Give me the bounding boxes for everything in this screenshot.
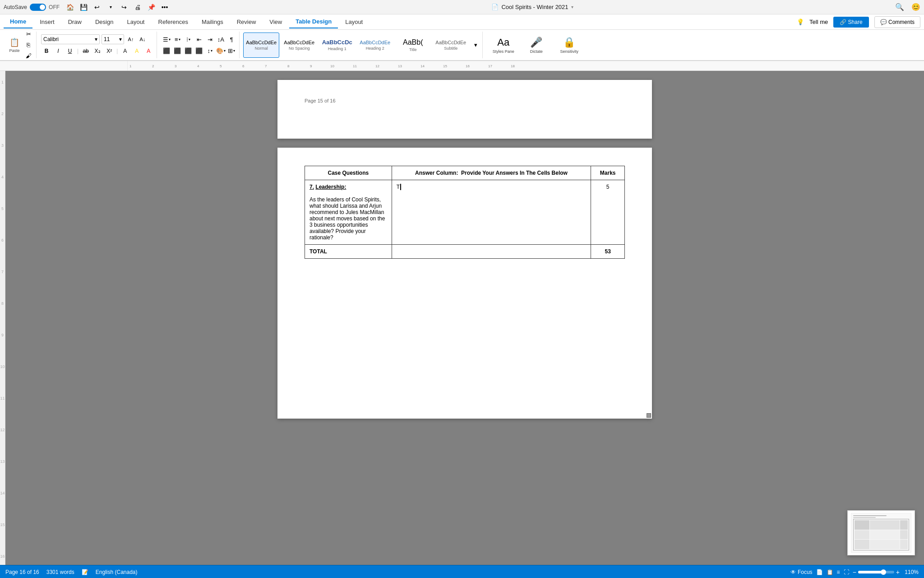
search-icon[interactable]: 🔍: [895, 3, 904, 11]
svg-text:2: 2: [152, 64, 154, 68]
text-cursor: [400, 184, 401, 190]
comments-button[interactable]: 💬 Comments: [874, 16, 920, 28]
dictate-button[interactable]: 🎤 Dictate: [520, 35, 552, 56]
document-area[interactable]: Page 15 of 16 Case Questions Answer Colu…: [5, 71, 924, 565]
marks-7-value: 5: [606, 184, 610, 190]
more-button[interactable]: •••: [160, 2, 170, 12]
question-7-num: 7.: [310, 184, 314, 190]
page-marker-8: 8: [1, 301, 4, 306]
proofing-icon-item[interactable]: 📝: [82, 569, 88, 575]
superscript-button[interactable]: X²: [104, 46, 115, 56]
zoom-thumb[interactable]: [881, 569, 886, 575]
tab-review[interactable]: Review: [231, 16, 263, 28]
focus-mode[interactable]: ⛶: [844, 569, 849, 575]
home-button[interactable]: 🏠: [65, 2, 75, 12]
underline-button[interactable]: U: [65, 46, 75, 56]
style-subtitle[interactable]: AaBbCcDdEe Subtitle: [433, 33, 469, 58]
svg-text:8: 8: [287, 64, 290, 68]
answer-7-cell[interactable]: T: [392, 180, 591, 245]
answer-7-text[interactable]: T: [397, 184, 400, 190]
justify-button[interactable]: ⬛: [194, 46, 204, 56]
status-right: 👁 Focus 📄 📋 ≡ ⛶ − + 110%: [790, 569, 919, 576]
pin-button[interactable]: 📌: [146, 2, 156, 12]
tell-me-label[interactable]: Tell me: [809, 19, 828, 25]
share-button[interactable]: 🔗 Share: [833, 17, 869, 28]
style-normal[interactable]: AaBbCcDdEe Normal: [243, 33, 279, 58]
tab-design[interactable]: Design: [89, 16, 120, 28]
line-spacing-button[interactable]: ↕: [205, 46, 215, 56]
word-count-item[interactable]: 3301 words: [46, 569, 74, 575]
page-16[interactable]: Case Questions Answer Column: Provide Yo…: [277, 148, 652, 419]
borders-button[interactable]: ⊞: [226, 46, 236, 56]
focus-button[interactable]: 👁 Focus: [790, 569, 813, 575]
italic-button[interactable]: I: [53, 46, 64, 56]
multilevel-list-button[interactable]: ⁝: [183, 34, 193, 44]
page-marker-10: 10: [0, 364, 5, 369]
zoom-out-button[interactable]: −: [853, 569, 856, 576]
font-name-dropdown[interactable]: Calibri ▾: [41, 34, 100, 44]
align-right-button[interactable]: ⬛: [183, 46, 193, 56]
print-button[interactable]: 🖨: [133, 2, 143, 12]
page-info-item[interactable]: Page 16 of 16: [5, 569, 39, 575]
styles-more-button[interactable]: ▾: [471, 40, 480, 50]
cut-button[interactable]: ✂: [23, 29, 33, 39]
paste-label: Paste: [9, 48, 19, 53]
decrease-font-button[interactable]: A↓: [138, 34, 148, 44]
style-subtitle-preview: AaBbCcDdEe: [435, 40, 466, 45]
style-heading1[interactable]: AaBbCcDc Heading 1: [319, 33, 355, 58]
account-icon[interactable]: 😊: [911, 3, 920, 11]
autosave-toggle[interactable]: [30, 4, 46, 11]
style-title[interactable]: AaBb( Title: [395, 33, 431, 58]
undo-arrow[interactable]: ▾: [106, 2, 116, 12]
paste-button[interactable]: 📋 Paste: [6, 36, 23, 55]
tab-insert[interactable]: Insert: [33, 16, 61, 28]
zoom-in-button[interactable]: +: [896, 569, 900, 576]
increase-font-button[interactable]: A↑: [126, 34, 136, 44]
tab-references[interactable]: References: [152, 16, 194, 28]
zoom-slider[interactable]: [858, 571, 894, 573]
strikethrough-button[interactable]: ab: [80, 46, 91, 56]
decrease-indent-button[interactable]: ⇤: [194, 34, 204, 44]
font-size-dropdown[interactable]: 11 ▾: [102, 34, 124, 44]
show-formatting-button[interactable]: ¶: [226, 34, 236, 44]
subscript-button[interactable]: X₂: [92, 46, 103, 56]
view-mode-1[interactable]: 📄: [816, 569, 823, 575]
format-painter-button[interactable]: 🖌: [23, 51, 33, 61]
bold-button[interactable]: B: [41, 46, 52, 56]
tab-draw[interactable]: Draw: [62, 16, 88, 28]
tab-table-design[interactable]: Table Design: [289, 15, 338, 28]
align-center-button[interactable]: ⬛: [172, 46, 182, 56]
sort-button[interactable]: ↕A: [216, 34, 226, 44]
save-button[interactable]: 💾: [79, 2, 88, 12]
view-mode-3[interactable]: ≡: [837, 569, 840, 575]
numbered-list-button[interactable]: ≡: [172, 34, 182, 44]
increase-indent-button[interactable]: ⇥: [205, 34, 215, 44]
highlight-color-button[interactable]: A: [131, 46, 142, 56]
tab-layout[interactable]: Layout: [120, 16, 151, 28]
title-bar: AutoSave OFF 🏠 💾 ↩ ▾ ↪ 🖨 📌 ••• 📄 Cool Sp…: [0, 0, 924, 14]
shading-button[interactable]: 🎨: [216, 46, 226, 56]
style-heading2[interactable]: AaBbCcDdEe Heading 2: [357, 33, 393, 58]
language-item[interactable]: English (Canada): [96, 569, 138, 575]
font-size-value: 11: [104, 36, 110, 42]
style-no-spacing[interactable]: AaBbCcDdEe No Spacing: [281, 33, 317, 58]
redo-button[interactable]: ↪: [119, 2, 129, 12]
view-mode-2[interactable]: 📋: [827, 569, 833, 575]
align-left-button[interactable]: ⬛: [162, 46, 171, 56]
text-effects-button[interactable]: A: [120, 46, 130, 56]
tab-mailings[interactable]: Mailings: [195, 16, 230, 28]
tab-home[interactable]: Home: [4, 15, 32, 28]
page-marker-12: 12: [0, 428, 5, 432]
sensitivity-button[interactable]: 🔒 Sensitivity: [553, 35, 585, 56]
font-color-button[interactable]: A: [143, 46, 154, 56]
table-row-question7[interactable]: 7. Leadership: As the leaders of Cool Sp…: [305, 180, 625, 245]
tab-view[interactable]: View: [263, 16, 288, 28]
status-bar: Page 16 of 16 3301 words 📝 English (Cana…: [0, 565, 924, 578]
copy-button[interactable]: ⎘: [23, 40, 33, 50]
table-resize-handle[interactable]: [647, 413, 651, 418]
total-marks-cell: 53: [591, 245, 625, 259]
styles-pane-button[interactable]: Aa Styles Pane: [487, 35, 519, 56]
tab-table-layout[interactable]: Layout: [339, 16, 369, 28]
bullet-list-button[interactable]: ☰: [162, 34, 171, 44]
undo-button[interactable]: ↩: [92, 2, 102, 12]
